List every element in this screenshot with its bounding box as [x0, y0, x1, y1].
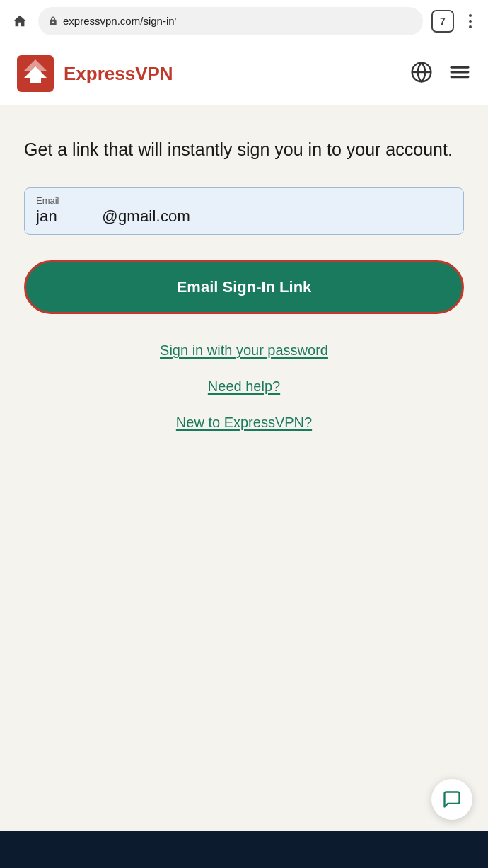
expressvpn-logo-icon	[17, 55, 54, 92]
site-header: ExpressVPN	[0, 42, 488, 105]
headline-text: Get a link that will instantly sign you …	[24, 137, 464, 162]
email-label: Email	[36, 195, 452, 206]
email-field-wrapper[interactable]: Email	[24, 187, 464, 235]
globe-icon[interactable]	[410, 61, 433, 86]
main-content: Get a link that will instantly sign you …	[0, 105, 488, 459]
browser-chrome: expressvpn.com/sign-in' 7	[0, 0, 488, 42]
email-signin-button[interactable]: Email Sign-In Link	[24, 260, 464, 314]
links-section: Sign in with your password Need help? Ne…	[24, 342, 464, 431]
url-bar[interactable]: expressvpn.com/sign-in'	[38, 7, 423, 35]
url-text: expressvpn.com/sign-in'	[63, 15, 413, 27]
tab-count[interactable]: 7	[431, 10, 454, 33]
site-content: ExpressVPN Get a link that	[0, 42, 488, 831]
sign-in-with-password-link[interactable]: Sign in with your password	[160, 342, 328, 359]
need-help-link[interactable]: Need help?	[208, 378, 280, 395]
lock-icon	[48, 16, 58, 26]
email-input[interactable]	[36, 207, 452, 226]
header-icons	[410, 61, 471, 86]
home-icon[interactable]	[10, 11, 30, 31]
new-to-expressvpn-link[interactable]: New to ExpressVPN?	[176, 415, 312, 431]
browser-menu-icon[interactable]	[463, 14, 478, 28]
bottom-bar	[0, 831, 488, 868]
logo-area: ExpressVPN	[17, 55, 173, 92]
chat-icon	[442, 789, 462, 809]
logo-text: ExpressVPN	[64, 63, 173, 85]
hamburger-icon[interactable]	[448, 61, 471, 86]
chat-bubble[interactable]	[431, 779, 472, 820]
